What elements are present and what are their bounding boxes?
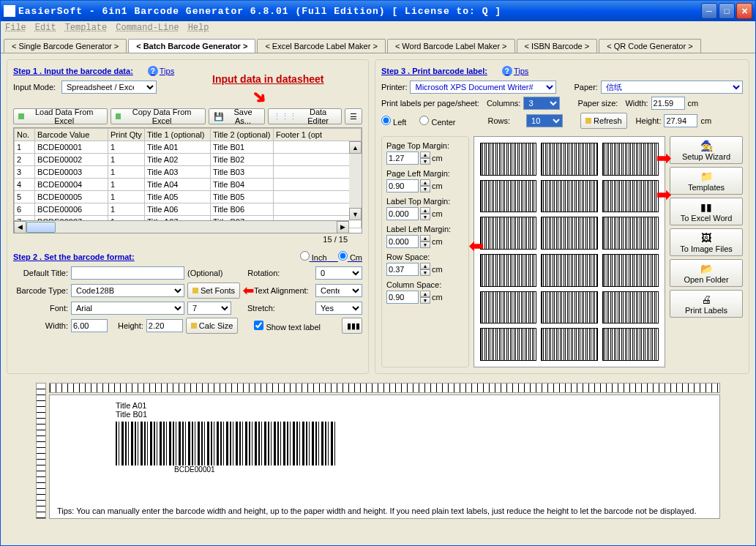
width-input[interactable] [71,319,108,332]
step3-tips-link[interactable]: Tips [502,66,528,76]
barcode-type-label: Barcode Type: [13,286,68,295]
printer-select[interactable]: Microsoft XPS Document Writer#;1 [410,81,556,94]
cm-label: cm [688,99,699,108]
tab-excel[interactable]: < Excel Barcode Label Maker > [257,39,385,53]
left-panel: Step 1 . Input the barcode data: Tips In… [7,59,369,374]
preview-title2: Title B01 [116,410,712,419]
tab-batch[interactable]: < Batch Barcode Generator > [128,39,255,53]
col-qty[interactable]: Print Qty [108,129,145,141]
height-input[interactable] [146,319,183,332]
printer-label: Printer: [381,83,407,91]
data-editer-button[interactable]: ⋮⋮⋮ Data Editer [268,108,342,124]
font-select[interactable]: Arial [71,302,184,315]
align-center-radio[interactable]: Center [419,116,455,127]
rotation-label: Rotation: [247,269,280,277]
align-left-radio[interactable]: Left [381,116,406,127]
scroll-up-button[interactable]: ▲ [349,141,362,154]
columns-select[interactable]: 3 [523,97,560,110]
show-text-checkbox[interactable]: Show text label [254,321,321,332]
step3-title: Step 3 . Print barcode label: [381,67,487,75]
to-excel-word-button[interactable]: ▮▮To Excel Word [670,198,743,225]
menu-template[interactable]: Template [65,23,108,34]
preview-title1: Title A01 [116,401,712,410]
input-mode-select[interactable]: Spreadsheet / Excel [61,81,157,94]
window-title: EasierSoft - 6in1 Barcode Generator 6.8.… [18,6,700,17]
barcode-image [116,422,335,465]
default-title-input[interactable] [71,266,184,280]
maximize-button[interactable]: □ [719,3,735,19]
text-align-label: Text Alignment: [254,286,309,295]
scroll-down-button[interactable]: ▼ [349,208,362,220]
step1-tips-link[interactable]: Tips [148,66,174,76]
copy-excel-button[interactable]: Copy Data From Excel [111,108,206,124]
paper-select[interactable]: 信纸 [601,81,743,94]
set-fonts-button[interactable]: Set Fonts [187,283,240,299]
label-left-input[interactable] [386,235,419,248]
optional-label: (Optional) [187,269,222,277]
bottom-panel: Title A01 Title B01 BCDE00001 Tips: You … [7,380,749,539]
step2-title: Step 2 . Set the barcode format: [13,253,135,261]
to-image-files-button[interactable]: 🖼To Image Files [670,228,743,256]
menu-bar: File Edit Template Command-Line Help [1,21,755,36]
tab-single[interactable]: < Single Barcode Generator > [4,39,127,53]
tab-word[interactable]: < Word Barcode Label Maker > [387,39,515,53]
tab-qr[interactable]: < QR Code Generator > [599,39,700,53]
data-grid[interactable]: No. Barcode Value Print Qty Title 1 (opt… [13,127,362,233]
columns-count-label: Columns: [487,99,520,108]
page-left-input[interactable] [386,179,419,192]
paper-height-input[interactable] [664,114,697,127]
barcode-preview-button[interactable]: ▮▮▮ [342,318,362,334]
col-f1[interactable]: Footer 1 (opt [274,129,362,141]
row-counter: 15 / 15 [13,233,362,247]
refresh-button[interactable]: Refresh [580,113,627,129]
margins-panel: Page Top Margin:▲▼cm Page Left Margin:▲▼… [381,136,469,367]
calc-size-button[interactable]: Calc Size [186,318,238,334]
col-t2[interactable]: Title 2 (optional) [211,129,274,141]
extra-tools-button[interactable]: ☰ [345,108,362,124]
menu-commandline[interactable]: Command-Line [116,23,179,34]
menu-file[interactable]: File [5,23,26,34]
stretch-label: Stretch: [247,304,275,313]
menu-help[interactable]: Help [188,23,209,34]
paper-width-label: Width: [625,99,648,108]
arrow-icon: ⬅ [243,283,254,299]
page-top-input[interactable] [386,152,419,165]
close-button[interactable]: ✕ [736,3,752,19]
step1-title: Step 1 . Input the barcode data: [13,67,133,75]
page-preview [474,136,665,367]
barcode-preview-area: Title A01 Title B01 BCDE00001 Tips: You … [49,394,720,519]
save-as-button[interactable]: 💾 Save As... [209,108,265,124]
minimize-button[interactable]: ─ [701,3,717,19]
col-no[interactable]: No. [15,129,35,141]
text-align-select[interactable]: Center [315,284,362,297]
rows-select[interactable]: 10 [526,114,563,127]
font-size-select[interactable]: 7 [187,302,231,315]
rotation-select[interactable]: 0 [315,266,362,280]
unit-inch-radio[interactable]: Inch [300,253,327,262]
scroll-right-button[interactable]: ▶ [337,221,349,233]
ruler-horizontal [49,383,720,393]
tab-strip: < Single Barcode Generator > < Batch Bar… [1,36,755,53]
col-value[interactable]: Barcode Value [35,129,108,141]
menu-edit[interactable]: Edit [35,23,56,34]
unit-cm-radio[interactable]: Cm [338,253,362,262]
barcode-text: BCDE00001 [174,465,712,474]
open-folder-button[interactable]: 📂Open Folder [670,259,743,287]
scroll-thumb[interactable] [26,222,56,233]
print-labels-button[interactable]: 🖨Print Labels [670,290,743,318]
paper-width-input[interactable] [651,97,685,110]
scroll-left-button[interactable]: ◀ [14,221,26,233]
col-space-input[interactable] [386,291,419,304]
row-space-input[interactable] [386,263,419,276]
stretch-select[interactable]: Yes [315,302,362,315]
col-t1[interactable]: Title 1 (optional) [145,129,211,141]
barcode-type-select[interactable]: Code128B [71,284,184,297]
templates-button[interactable]: 📁Templates [670,167,743,195]
label-top-input[interactable] [386,207,419,220]
scroll-track[interactable] [26,221,337,233]
tab-isbn[interactable]: < ISBN Barcode > [517,39,598,53]
default-title-label: Default Title: [13,269,68,277]
setup-wizard-button[interactable]: 🧙Setup Wizard [670,136,743,164]
load-excel-button[interactable]: Load Data From Excel [13,108,108,124]
paper-size-label: Paper size: [577,99,618,108]
